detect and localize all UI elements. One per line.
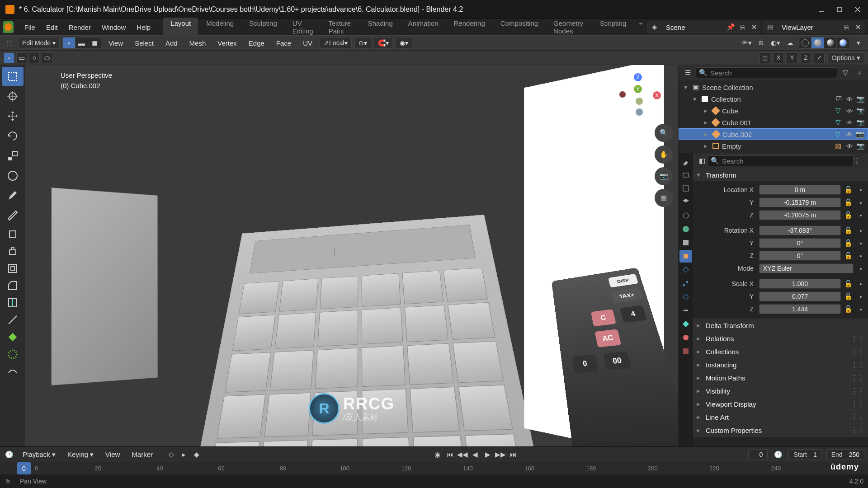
shading-material-icon[interactable] <box>824 38 837 48</box>
tab-modeling[interactable]: Modeling <box>199 18 241 37</box>
lock-icon[interactable]: 🔓 <box>843 225 854 235</box>
tool-polybuild[interactable] <box>2 329 24 345</box>
mirror-x[interactable]: X <box>773 52 784 63</box>
tool-add-cube[interactable] <box>2 226 24 242</box>
selmode-circle-icon[interactable]: ○ <box>29 52 40 63</box>
tool-cursor[interactable] <box>2 87 24 106</box>
filter-icon[interactable]: ▽ <box>840 69 851 77</box>
ptab-viewlayer[interactable] <box>679 196 692 208</box>
tool-bevel[interactable] <box>2 277 24 294</box>
gizmo-neg-x[interactable] <box>619 91 626 98</box>
keying-dropdown-icon[interactable]: ▸ <box>178 449 190 460</box>
ptab-render[interactable] <box>679 169 692 181</box>
perspective-button[interactable]: ▦ <box>655 189 673 207</box>
locz-field[interactable]: -0.20075 m <box>759 210 841 220</box>
tab-layout[interactable]: Layout <box>163 18 198 37</box>
automerge-icon[interactable]: ✓ <box>814 52 825 63</box>
ptab-particles[interactable] <box>679 277 692 290</box>
hide-viewport-icon[interactable]: 👁 <box>844 106 854 116</box>
edge-select-icon[interactable]: ▬ <box>75 38 88 48</box>
lock-icon[interactable]: 🔓 <box>843 251 854 261</box>
ptab-constraints[interactable] <box>679 304 692 317</box>
tool-spin[interactable] <box>2 346 24 362</box>
tab-rendering[interactable]: Rendering <box>447 18 492 37</box>
ptab-collection[interactable] <box>679 236 692 249</box>
keyframe-icon[interactable]: • <box>855 238 866 248</box>
ptab-physics[interactable] <box>679 291 692 303</box>
properties-search[interactable]: 🔍 Search <box>708 155 854 166</box>
disable-render-icon[interactable]: 📷 <box>855 129 865 139</box>
lock-icon[interactable]: 🔓 <box>843 304 854 314</box>
ptab-output[interactable] <box>679 182 692 195</box>
tool-scale[interactable] <box>2 146 24 165</box>
pin-scene-icon[interactable]: 📌 <box>725 21 736 33</box>
outliner-item-cube[interactable]: ▸ Cube ▽ 👁📷 <box>679 105 868 117</box>
locy-field[interactable]: -0.15179 m <box>759 197 841 207</box>
section-menu-icon[interactable]: ⋮⋮ <box>851 334 864 343</box>
shading-dropdown-icon[interactable]: ▾ <box>853 37 864 49</box>
jump-start-icon[interactable]: ⏮ <box>444 449 456 460</box>
section-head-collections[interactable]: ▸Collections⋮⋮ <box>693 345 868 358</box>
pan-button[interactable]: ✋ <box>655 145 673 164</box>
keyframe-icon[interactable]: • <box>855 291 866 301</box>
keyframe-next-icon[interactable]: ▶▶ <box>495 449 506 460</box>
keyframe-icon[interactable]: • <box>855 197 866 207</box>
tool-transform[interactable] <box>2 166 24 185</box>
keyframe-icon[interactable]: • <box>855 251 866 261</box>
viewport-3d[interactable]: DISP TAX+ C 4 AC 0 00 User Perspective (… <box>25 65 678 446</box>
preview-range-icon[interactable]: 🕐 <box>772 449 784 460</box>
end-frame-field[interactable]: End250 <box>826 449 864 460</box>
tab-texture-paint[interactable]: Texture Paint <box>321 18 360 37</box>
keyframe-icon[interactable]: • <box>855 263 866 273</box>
section-menu-icon[interactable]: ⋮⋮ <box>851 347 864 356</box>
gizmo-neg-z[interactable] <box>636 108 643 116</box>
menu-edit[interactable]: Edit <box>41 19 63 35</box>
vp-menu-select[interactable]: Select <box>130 39 158 47</box>
options-dropdown[interactable]: Options ▾ <box>827 52 864 63</box>
disable-render-icon[interactable]: 📷 <box>855 106 865 116</box>
tool-smooth[interactable] <box>2 363 24 380</box>
vp-menu-mesh[interactable]: Mesh <box>185 39 211 47</box>
mirror-z[interactable]: Z <box>800 52 811 63</box>
keyframe-prev-icon[interactable]: ◀◀ <box>457 449 468 460</box>
section-head-custom[interactable]: ▸Custom Properties⋮⋮ <box>693 424 868 436</box>
timeline-track[interactable]: 0 0 20 40 60 80 100 120 140 160 180 200 … <box>0 462 868 474</box>
outliner-scene-collection[interactable]: ▾▣ Scene Collection <box>679 81 868 93</box>
hide-viewport-icon[interactable]: 👁 <box>844 129 854 139</box>
section-menu-icon[interactable]: ⋮⋮ <box>851 374 864 382</box>
tab-shading[interactable]: Shading <box>361 18 400 37</box>
tool-rotate[interactable] <box>2 127 24 145</box>
mirror-y[interactable]: Y <box>787 52 797 63</box>
menu-file[interactable]: File <box>19 19 41 35</box>
menu-window[interactable]: Window <box>96 19 131 35</box>
section-menu-icon[interactable]: ⋮⋮ <box>851 361 864 369</box>
vp-menu-view[interactable]: View <box>104 39 127 47</box>
keyframe-icon[interactable]: • <box>855 304 866 314</box>
section-head-transform[interactable]: ▾Transform <box>693 169 868 181</box>
ptab-modifiers[interactable] <box>679 263 692 276</box>
orientation-dropdown[interactable]: ↗ Local ▾ <box>320 37 351 49</box>
outliner-search[interactable]: 🔍 Search <box>696 67 837 78</box>
lock-icon[interactable]: 🔓 <box>843 238 854 248</box>
keyframe-icon[interactable]: • <box>855 210 866 220</box>
exclude-toggle-icon[interactable]: ☑ <box>834 94 844 104</box>
outliner-item-cube002[interactable]: ▸ Cube.002 ▽ 👁📷 <box>679 128 868 140</box>
tool-annotate[interactable] <box>2 186 24 205</box>
delete-viewlayer-icon[interactable]: ✕ <box>852 21 864 33</box>
selmode-lasso-icon[interactable]: ⬭ <box>42 52 52 63</box>
ptab-data[interactable] <box>679 318 692 330</box>
keying-next-icon[interactable]: ◆ <box>191 449 203 460</box>
selmode-box-icon[interactable]: ▭ <box>16 52 27 63</box>
tool-knife[interactable] <box>2 312 24 328</box>
ptab-tool[interactable] <box>679 155 692 168</box>
minimize-button[interactable] <box>816 5 826 14</box>
menu-help[interactable]: Help <box>131 19 156 35</box>
vp-menu-edge[interactable]: Edge <box>244 39 269 47</box>
tab-animation[interactable]: Animation <box>401 18 446 37</box>
overlay-toggle-icon[interactable]: ◐▾ <box>769 37 781 49</box>
timeline-type-icon[interactable]: 🕐 <box>4 450 14 459</box>
outliner-collection[interactable]: ▾ Collection ☑👁📷 <box>679 93 868 105</box>
tool-measure[interactable] <box>2 206 24 225</box>
tool-select-box[interactable] <box>2 67 24 86</box>
selmode-tweak-icon[interactable]: ▫ <box>4 52 14 63</box>
